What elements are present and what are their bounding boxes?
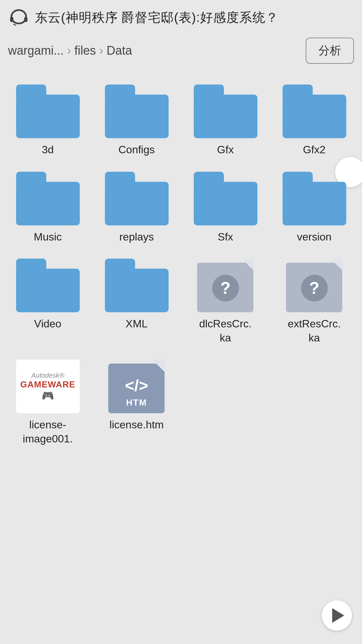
file-label-license-htm: license.htm <box>110 418 164 432</box>
folder-label-configs: Configs <box>118 143 155 157</box>
breadcrumb-data[interactable]: Data <box>107 44 132 58</box>
folder-version[interactable]: version <box>270 164 359 251</box>
htm-code-icon: </> <box>125 376 148 395</box>
file-grid: 3d Configs Gfx Gfx2 Music <box>0 70 362 460</box>
file-icon-extrescrcka: ? <box>283 259 346 312</box>
question-icon-2: ? <box>301 275 328 302</box>
folder-label-version: version <box>297 230 331 244</box>
folder-icon-xml <box>105 259 169 312</box>
file-label-license-image: license-image001. <box>23 418 73 446</box>
question-icon: ? <box>212 275 239 302</box>
breadcrumb: wargami... › files › Data 分析 <box>0 32 362 70</box>
file-extrescrcka[interactable]: ? extResCrc.ka <box>270 251 359 352</box>
folder-label-sfx: Sfx <box>218 230 233 244</box>
breadcrumb-sep-1: › <box>67 44 71 58</box>
gameware-label: GAMEWARE <box>20 379 75 390</box>
folder-icon-3d <box>16 85 80 138</box>
folder-icon-sfx <box>194 172 257 225</box>
file-license-image[interactable]: Autodesk® GAMEWARE 🎮 license-image001. <box>3 352 92 452</box>
folder-xml[interactable]: XML <box>92 251 181 352</box>
svg-point-0 <box>11 10 26 23</box>
folder-label-replays: replays <box>119 230 154 244</box>
folder-label-gfx: Gfx <box>217 143 234 157</box>
folder-icon-gfx2 <box>283 85 346 138</box>
folder-icon-gfx <box>194 85 257 138</box>
file-dlcrescrcka[interactable]: ? dlcResCrc.ka <box>181 251 270 352</box>
folder-icon-version <box>283 172 346 225</box>
folder-icon-video <box>16 259 80 312</box>
folder-replays[interactable]: replays <box>92 164 181 251</box>
htm-label: HTM <box>126 397 147 408</box>
file-license-htm[interactable]: </> HTM license.htm <box>92 352 181 452</box>
svg-line-3 <box>13 24 16 25</box>
svg-rect-1 <box>10 17 13 22</box>
gameware-logo-text: Autodesk® GAMEWARE 🎮 <box>20 371 75 402</box>
file-label-dlcrescrcka: dlcResCrc.ka <box>199 317 251 345</box>
play-triangle-icon <box>332 608 344 623</box>
folder-label-music: Music <box>34 230 62 244</box>
gameware-icon: 🎮 <box>20 390 75 402</box>
header-title: 东云(神明秩序 爵督宅邸(表):好感度系统？ <box>35 9 279 26</box>
folder-gfx2[interactable]: Gfx2 <box>270 76 359 164</box>
file-label-extrescrcka: extResCrc.ka <box>288 317 341 345</box>
folder-3d[interactable]: 3d <box>3 76 92 164</box>
file-icon-htm: </> HTM <box>105 360 169 413</box>
folder-label-xml: XML <box>126 317 148 331</box>
file-icon-dlcrescrcka: ? <box>194 259 257 312</box>
folder-icon-configs <box>105 85 169 138</box>
analyze-button[interactable]: 分析 <box>306 38 354 64</box>
folder-label-video: Video <box>34 317 61 331</box>
header: 东云(神明秩序 爵督宅邸(表):好感度系统？ <box>0 0 362 32</box>
folder-music[interactable]: Music <box>3 164 92 251</box>
folder-icon-music <box>16 172 80 225</box>
folder-label-gfx2: Gfx2 <box>303 143 326 157</box>
breadcrumb-wargami[interactable]: wargami... <box>8 44 64 58</box>
folder-configs[interactable]: Configs <box>92 76 181 164</box>
play-button[interactable] <box>322 600 352 631</box>
app-icon <box>8 7 29 28</box>
folder-label-3d: 3d <box>42 143 54 157</box>
folder-gfx[interactable]: Gfx <box>181 76 270 164</box>
svg-rect-2 <box>24 17 27 22</box>
breadcrumb-sep-2: › <box>99 44 103 58</box>
file-icon-license-image: Autodesk® GAMEWARE 🎮 <box>16 360 80 413</box>
folder-video[interactable]: Video <box>3 251 92 352</box>
autodesk-label: Autodesk® <box>20 371 75 379</box>
breadcrumb-files[interactable]: files <box>74 44 96 58</box>
folder-icon-replays <box>105 172 169 225</box>
folder-sfx[interactable]: Sfx <box>181 164 270 251</box>
